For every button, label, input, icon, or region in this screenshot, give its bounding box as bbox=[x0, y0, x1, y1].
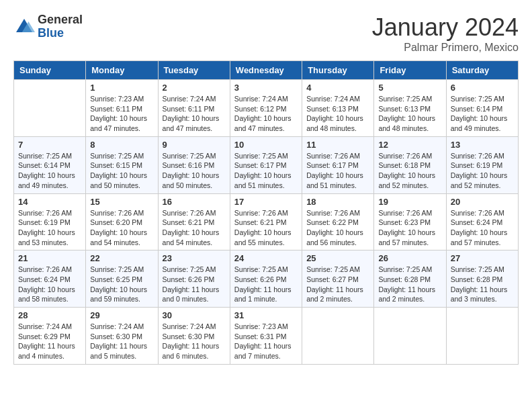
calendar-week-row: 7Sunrise: 7:25 AM Sunset: 6:14 PM Daylig… bbox=[14, 136, 519, 193]
calendar-cell: 4Sunrise: 7:24 AM Sunset: 6:13 PM Daylig… bbox=[302, 80, 374, 137]
calendar-cell: 19Sunrise: 7:26 AM Sunset: 6:23 PM Dayli… bbox=[374, 193, 446, 250]
calendar-cell: 12Sunrise: 7:26 AM Sunset: 6:18 PM Dayli… bbox=[374, 136, 446, 193]
day-info: Sunrise: 7:26 AM Sunset: 6:20 PM Dayligh… bbox=[90, 208, 153, 248]
day-number: 14 bbox=[18, 197, 81, 207]
day-number: 24 bbox=[234, 253, 298, 263]
day-info: Sunrise: 7:25 AM Sunset: 6:14 PM Dayligh… bbox=[451, 94, 514, 134]
column-header-monday: Monday bbox=[86, 61, 158, 80]
calendar-table: SundayMondayTuesdayWednesdayThursdayFrid… bbox=[13, 60, 519, 365]
logo-icon bbox=[13, 16, 35, 38]
calendar-cell bbox=[14, 80, 86, 137]
day-number: 18 bbox=[306, 197, 369, 207]
day-number: 23 bbox=[163, 253, 226, 263]
calendar-cell: 16Sunrise: 7:26 AM Sunset: 6:21 PM Dayli… bbox=[158, 193, 230, 250]
day-info: Sunrise: 7:25 AM Sunset: 6:17 PM Dayligh… bbox=[234, 151, 298, 191]
day-info: Sunrise: 7:25 AM Sunset: 6:28 PM Dayligh… bbox=[451, 265, 514, 304]
logo-general-text: General bbox=[38, 13, 83, 27]
calendar-cell: 9Sunrise: 7:25 AM Sunset: 6:16 PM Daylig… bbox=[158, 136, 230, 193]
calendar-cell: 29Sunrise: 7:24 AM Sunset: 6:30 PM Dayli… bbox=[86, 308, 158, 365]
day-info: Sunrise: 7:26 AM Sunset: 6:18 PM Dayligh… bbox=[378, 151, 441, 191]
calendar-cell: 25Sunrise: 7:25 AM Sunset: 6:27 PM Dayli… bbox=[302, 250, 374, 308]
day-info: Sunrise: 7:25 AM Sunset: 6:26 PM Dayligh… bbox=[163, 265, 226, 304]
logo-blue-text: Blue bbox=[38, 27, 83, 40]
column-header-thursday: Thursday bbox=[302, 61, 374, 80]
day-info: Sunrise: 7:23 AM Sunset: 6:31 PM Dayligh… bbox=[234, 322, 298, 361]
calendar-cell: 2Sunrise: 7:24 AM Sunset: 6:11 PM Daylig… bbox=[158, 80, 230, 137]
day-number: 13 bbox=[451, 140, 514, 150]
calendar-cell: 22Sunrise: 7:25 AM Sunset: 6:25 PM Dayli… bbox=[86, 250, 158, 308]
calendar-cell: 11Sunrise: 7:26 AM Sunset: 6:17 PM Dayli… bbox=[302, 136, 374, 193]
day-info: Sunrise: 7:25 AM Sunset: 6:16 PM Dayligh… bbox=[163, 151, 226, 191]
day-number: 25 bbox=[306, 253, 369, 263]
calendar-cell: 3Sunrise: 7:24 AM Sunset: 6:12 PM Daylig… bbox=[230, 80, 302, 137]
day-info: Sunrise: 7:24 AM Sunset: 6:30 PM Dayligh… bbox=[90, 322, 153, 361]
day-number: 7 bbox=[18, 140, 81, 150]
title-block: January 2024 Palmar Primero, Mexico bbox=[372, 13, 519, 54]
day-info: Sunrise: 7:26 AM Sunset: 6:21 PM Dayligh… bbox=[234, 208, 298, 248]
day-number: 31 bbox=[234, 310, 298, 320]
day-number: 3 bbox=[234, 83, 298, 93]
page-header: General Blue January 2024 Palmar Primero… bbox=[13, 13, 519, 54]
day-info: Sunrise: 7:24 AM Sunset: 6:11 PM Dayligh… bbox=[163, 94, 226, 134]
calendar-cell: 10Sunrise: 7:25 AM Sunset: 6:17 PM Dayli… bbox=[230, 136, 302, 193]
day-number: 16 bbox=[163, 197, 226, 207]
day-info: Sunrise: 7:25 AM Sunset: 6:13 PM Dayligh… bbox=[378, 94, 441, 134]
calendar-week-row: 1Sunrise: 7:23 AM Sunset: 6:11 PM Daylig… bbox=[14, 80, 519, 137]
day-number: 21 bbox=[18, 253, 81, 263]
calendar-cell: 20Sunrise: 7:26 AM Sunset: 6:24 PM Dayli… bbox=[446, 193, 518, 250]
day-number: 26 bbox=[378, 253, 441, 263]
day-info: Sunrise: 7:26 AM Sunset: 6:24 PM Dayligh… bbox=[18, 265, 81, 304]
calendar-cell: 28Sunrise: 7:24 AM Sunset: 6:29 PM Dayli… bbox=[14, 308, 86, 365]
calendar-cell: 30Sunrise: 7:24 AM Sunset: 6:30 PM Dayli… bbox=[158, 308, 230, 365]
day-number: 9 bbox=[163, 140, 226, 150]
day-number: 2 bbox=[163, 83, 226, 93]
day-number: 4 bbox=[306, 83, 369, 93]
day-info: Sunrise: 7:23 AM Sunset: 6:11 PM Dayligh… bbox=[90, 94, 153, 134]
calendar-cell bbox=[302, 308, 374, 365]
day-number: 11 bbox=[306, 140, 369, 150]
calendar-cell: 24Sunrise: 7:25 AM Sunset: 6:26 PM Dayli… bbox=[230, 250, 302, 308]
day-number: 15 bbox=[90, 197, 153, 207]
day-number: 22 bbox=[90, 253, 153, 263]
day-number: 17 bbox=[234, 197, 298, 207]
day-number: 29 bbox=[90, 310, 153, 320]
calendar-cell: 18Sunrise: 7:26 AM Sunset: 6:22 PM Dayli… bbox=[302, 193, 374, 250]
calendar-cell: 23Sunrise: 7:25 AM Sunset: 6:26 PM Dayli… bbox=[158, 250, 230, 308]
day-info: Sunrise: 7:25 AM Sunset: 6:26 PM Dayligh… bbox=[234, 265, 298, 304]
calendar-cell: 17Sunrise: 7:26 AM Sunset: 6:21 PM Dayli… bbox=[230, 193, 302, 250]
day-info: Sunrise: 7:26 AM Sunset: 6:23 PM Dayligh… bbox=[378, 208, 441, 248]
calendar-cell: 15Sunrise: 7:26 AM Sunset: 6:20 PM Dayli… bbox=[86, 193, 158, 250]
location-text: Palmar Primero, Mexico bbox=[372, 42, 519, 54]
day-info: Sunrise: 7:24 AM Sunset: 6:12 PM Dayligh… bbox=[234, 94, 298, 134]
calendar-week-row: 28Sunrise: 7:24 AM Sunset: 6:29 PM Dayli… bbox=[14, 308, 519, 365]
day-number: 27 bbox=[451, 253, 514, 263]
day-number: 1 bbox=[90, 83, 153, 93]
day-number: 10 bbox=[234, 140, 298, 150]
day-info: Sunrise: 7:24 AM Sunset: 6:13 PM Dayligh… bbox=[306, 94, 369, 134]
day-number: 30 bbox=[163, 310, 226, 320]
day-info: Sunrise: 7:25 AM Sunset: 6:28 PM Dayligh… bbox=[378, 265, 441, 304]
logo-text: General Blue bbox=[38, 13, 83, 40]
day-info: Sunrise: 7:26 AM Sunset: 6:21 PM Dayligh… bbox=[163, 208, 226, 248]
day-info: Sunrise: 7:26 AM Sunset: 6:22 PM Dayligh… bbox=[306, 208, 369, 248]
calendar-cell: 26Sunrise: 7:25 AM Sunset: 6:28 PM Dayli… bbox=[374, 250, 446, 308]
day-number: 8 bbox=[90, 140, 153, 150]
day-info: Sunrise: 7:25 AM Sunset: 6:15 PM Dayligh… bbox=[90, 151, 153, 191]
calendar-header-row: SundayMondayTuesdayWednesdayThursdayFrid… bbox=[14, 61, 519, 80]
day-number: 6 bbox=[451, 83, 514, 93]
calendar-week-row: 21Sunrise: 7:26 AM Sunset: 6:24 PM Dayli… bbox=[14, 250, 519, 308]
calendar-cell: 31Sunrise: 7:23 AM Sunset: 6:31 PM Dayli… bbox=[230, 308, 302, 365]
calendar-cell: 21Sunrise: 7:26 AM Sunset: 6:24 PM Dayli… bbox=[14, 250, 86, 308]
day-info: Sunrise: 7:25 AM Sunset: 6:14 PM Dayligh… bbox=[18, 151, 81, 191]
calendar-cell: 5Sunrise: 7:25 AM Sunset: 6:13 PM Daylig… bbox=[374, 80, 446, 137]
day-info: Sunrise: 7:24 AM Sunset: 6:29 PM Dayligh… bbox=[18, 322, 81, 361]
calendar-week-row: 14Sunrise: 7:26 AM Sunset: 6:19 PM Dayli… bbox=[14, 193, 519, 250]
day-number: 12 bbox=[378, 140, 441, 150]
logo: General Blue bbox=[13, 13, 83, 40]
day-number: 20 bbox=[451, 197, 514, 207]
month-title: January 2024 bbox=[372, 13, 519, 42]
calendar-cell bbox=[374, 308, 446, 365]
calendar-cell: 7Sunrise: 7:25 AM Sunset: 6:14 PM Daylig… bbox=[14, 136, 86, 193]
calendar-cell: 6Sunrise: 7:25 AM Sunset: 6:14 PM Daylig… bbox=[446, 80, 518, 137]
column-header-friday: Friday bbox=[374, 61, 446, 80]
